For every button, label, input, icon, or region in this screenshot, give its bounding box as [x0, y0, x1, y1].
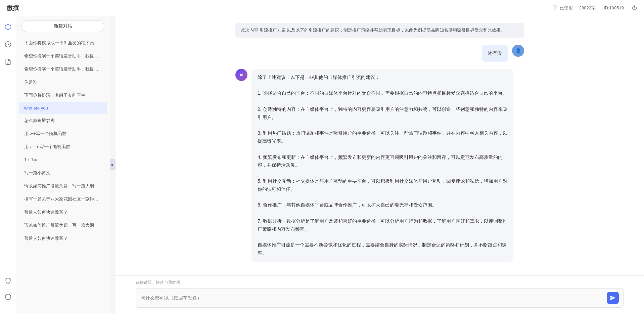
sidebar-icon-hexagon[interactable]	[3, 21, 13, 32]
ai-avatar: Ai	[235, 69, 247, 81]
chat-list-item[interactable]: 下面你将扮演一名叫圣友的医生	[19, 89, 107, 102]
sidebar-icon-shield[interactable]	[3, 275, 13, 286]
chat-list-item[interactable]: 普通人如何快速致富？	[19, 206, 107, 219]
send-button[interactable]	[607, 292, 619, 304]
user-id: ID:100519	[604, 5, 624, 10]
chat-list-item[interactable]: 请以如何推广引流为题，写一篇大纲	[19, 219, 107, 232]
chat-list-item[interactable]: 怎么做狗屎炒肉	[19, 114, 107, 127]
topbar-right: 📄 已使用： 28822字 ID:100519 ⏻	[552, 5, 637, 11]
chat-list-item[interactable]: 写一篇小黄文	[19, 167, 107, 179]
usage-label: 已使用：	[560, 5, 577, 11]
previous-message: 此次内容 引流推广方案 以及以下的引流推广的建议，制定推广策略并帮助实现目标，以…	[235, 23, 524, 38]
chat-list-item[interactable]: 用c＋＋写一个随机函数	[19, 140, 107, 153]
topbar: 微撰 📄 已使用： 28822字 ID:100519 ⏻	[0, 0, 644, 16]
new-chat-button[interactable]: 新建对话	[21, 20, 104, 32]
sidebar-expand-toggle[interactable]: ▶	[110, 159, 116, 170]
sidebar-icon-file[interactable]	[3, 56, 13, 67]
ai-message: Ai除了上述建议，以下是一些其他的自媒体推广引流的建议： 1. 选择适合自己的平…	[235, 69, 524, 262]
chat-input-area: 选择话题，快速与我对话：	[116, 275, 644, 313]
chat-main: 此次内容 引流推广方案 以及以下的引流推广的建议，制定推广策略并帮助实现目标，以…	[116, 16, 644, 313]
usage-info: 📄 已使用： 28822字	[552, 5, 596, 11]
doc-icon: 📄	[552, 5, 558, 10]
chat-list: 下面你将模拟成一个叫圣友的程序员，我说...希望你扮演一个英语发音助手，我提供给…	[16, 36, 110, 313]
ai-message-content: 除了上述建议，以下是一些其他的自媒体推广引流的建议： 1. 选择适合自己的平台：…	[251, 69, 513, 262]
chat-list-item[interactable]: 普通人如何快速致富？	[19, 232, 107, 245]
icon-sidebar-bottom	[3, 275, 13, 308]
chat-list-item[interactable]: 1＋1＝	[19, 153, 107, 166]
chat-list-item[interactable]: 用c++写一个随机函数	[19, 127, 107, 140]
user-message: 👤还有没	[235, 45, 524, 62]
chat-list-item[interactable]: 你是谁	[19, 76, 107, 89]
input-row	[136, 288, 624, 308]
chat-sidebar: 新建对话 下面你将模拟成一个叫圣友的程序员，我说...希望你扮演一个英语发音助手…	[16, 16, 110, 313]
topbar-left: 微撰	[7, 4, 19, 12]
sidebar-icon-clock[interactable]	[3, 39, 13, 50]
svg-marker-0	[5, 24, 11, 30]
user-avatar: 👤	[512, 45, 524, 57]
chat-list-item[interactable]: who are you	[19, 102, 107, 114]
icon-sidebar	[0, 16, 16, 313]
chat-input[interactable]	[141, 295, 603, 301]
sidebar-icon-info[interactable]	[3, 292, 13, 302]
chat-messages: 此次内容 引流推广方案 以及以下的引流推广的建议，制定推广策略并帮助实现目标，以…	[116, 16, 644, 275]
quick-topics-label: 选择话题，快速与我对话：	[136, 280, 624, 285]
usage-value: 28822字	[579, 5, 596, 11]
app-title: 微撰	[7, 4, 19, 12]
main-layout: 新建对话 下面你将模拟成一个叫圣友的程序员，我说...希望你扮演一个英语发音助手…	[0, 16, 644, 313]
chat-list-item[interactable]: 撰写一篇关于八大家花园社区一刻钟便民生...	[19, 193, 107, 206]
chat-list-item[interactable]: 请以如何推广引流为题，写一篇大纲	[19, 180, 107, 192]
chat-list-item[interactable]: 希望你扮演一个英语发音助手，我提供给你...	[19, 50, 107, 62]
chat-list-item[interactable]: 希望你扮演一个英语发音助手，我提供给你...	[19, 63, 107, 76]
chat-list-item[interactable]: 下面你将模拟成一个叫圣友的程序员，我说...	[19, 37, 107, 49]
user-message-content: 还有没	[482, 45, 508, 62]
power-button[interactable]: ⏻	[632, 5, 637, 11]
